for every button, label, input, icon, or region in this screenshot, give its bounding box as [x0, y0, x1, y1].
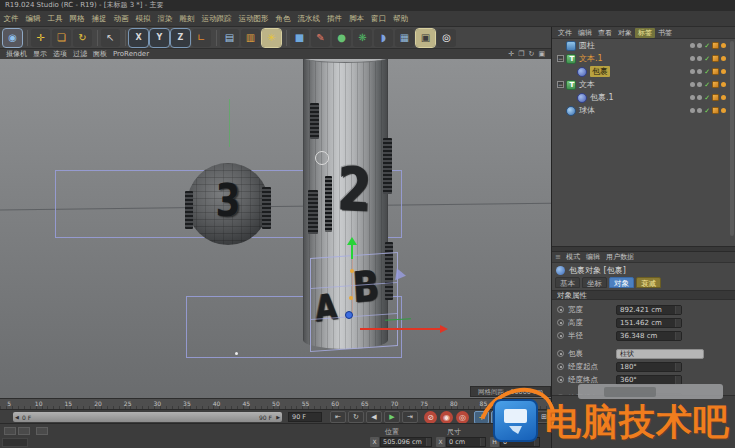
visibility-dot-render[interactable]: [697, 82, 702, 87]
viewport-canvas[interactable]: 3 2 A B 网格: [0, 59, 551, 398]
coordinate-field-1[interactable]: 0 cm: [446, 437, 486, 447]
viewport-menu-item-0[interactable]: 摄像机: [3, 49, 30, 59]
object-label[interactable]: 圆柱: [579, 40, 595, 51]
menu-item-8[interactable]: 雕刻: [176, 14, 198, 24]
timeline-layout-button[interactable]: ⊞: [536, 411, 552, 423]
tag-icon[interactable]: [721, 56, 726, 61]
animate-toggle-icon[interactable]: [557, 376, 564, 383]
tag-icon[interactable]: [712, 107, 719, 114]
attribute-menu-0[interactable]: 模式: [563, 252, 583, 262]
tag-icon[interactable]: [712, 81, 719, 88]
sphere-object[interactable]: 3: [187, 163, 269, 245]
x-axis-arrowhead[interactable]: [440, 325, 448, 333]
light-menu-button[interactable]: ◎: [437, 29, 456, 47]
y-axis-arrowhead[interactable]: [347, 237, 357, 245]
camera-menu-button[interactable]: ▣: [416, 29, 435, 47]
menu-item-3[interactable]: 网格: [66, 14, 88, 24]
animate-toggle-icon[interactable]: [557, 350, 564, 357]
coordinate-field-2[interactable]: 0°: [500, 437, 540, 447]
spline-pen-menu-button[interactable]: ✎: [311, 29, 330, 47]
menu-item-13[interactable]: 插件: [324, 14, 346, 24]
visibility-dot-editor[interactable]: [690, 56, 695, 61]
mograph-menu-button[interactable]: ❋: [353, 29, 372, 47]
tag-icon[interactable]: [721, 43, 726, 48]
gizmo-center-dot[interactable]: [345, 311, 353, 319]
enable-check-icon[interactable]: ✓: [704, 81, 710, 89]
coordinate-field-0[interactable]: 505.096 cm: [380, 437, 432, 447]
parameter-handle-dot[interactable]: [350, 269, 354, 273]
visibility-dot-render[interactable]: [697, 108, 702, 113]
timeline-range-slider[interactable]: ◀ 0 F 90 F ▶: [13, 412, 282, 422]
move-tool-button[interactable]: ✛: [31, 29, 50, 47]
play-button[interactable]: ▶: [384, 411, 400, 423]
field-stepper[interactable]: [480, 438, 485, 446]
menu-item-5[interactable]: 动画: [110, 14, 132, 24]
live-selection-tool-button[interactable]: ◉: [3, 29, 22, 47]
visibility-dot-editor[interactable]: [690, 82, 695, 87]
deformers-menu-button[interactable]: ◗: [374, 29, 393, 47]
current-frame-field[interactable]: 90 F: [288, 412, 322, 422]
tag-icon[interactable]: [712, 55, 719, 62]
menu-item-1[interactable]: 编辑: [22, 14, 44, 24]
object-manager-menu-5[interactable]: 书签: [655, 28, 675, 38]
x-axis-handle[interactable]: [360, 328, 440, 330]
object-row[interactable]: 包裹✓: [552, 65, 735, 78]
attribute-menu-1[interactable]: 编辑: [583, 252, 603, 262]
object-label[interactable]: 球体: [579, 105, 595, 116]
z-axis-lock-button[interactable]: Z: [171, 29, 190, 47]
animate-toggle-icon[interactable]: [557, 306, 564, 313]
attribute-tab-1[interactable]: 坐标: [582, 277, 607, 288]
field-stepper[interactable]: [675, 363, 681, 371]
visibility-dot-editor[interactable]: [690, 43, 695, 48]
tag-icon[interactable]: [721, 95, 726, 100]
object-manager-menu-0[interactable]: 文件: [555, 28, 575, 38]
loop-playback-button[interactable]: ↻: [348, 411, 364, 423]
expand-toggle-icon[interactable]: −: [557, 81, 564, 88]
enable-check-icon[interactable]: ✓: [704, 55, 710, 63]
expand-toggle-icon[interactable]: −: [557, 55, 564, 62]
parameter-handle-dot[interactable]: [349, 296, 353, 300]
viewport-menu-item-2[interactable]: 选项: [50, 49, 70, 59]
field-stepper[interactable]: [675, 306, 681, 314]
maximize-view-icon[interactable]: ▣: [538, 50, 545, 58]
menu-item-0[interactable]: 文件: [0, 14, 22, 24]
menu-item-14[interactable]: 脚本: [346, 14, 368, 24]
render-view-button[interactable]: ▤: [220, 29, 239, 47]
animate-toggle-icon[interactable]: [557, 363, 564, 370]
visibility-dot-render[interactable]: [697, 56, 702, 61]
menu-item-10[interactable]: 运动图形: [235, 14, 272, 24]
visibility-dot-editor[interactable]: [690, 69, 695, 74]
property-field[interactable]: 892.421 cm: [616, 305, 682, 315]
y-axis-handle[interactable]: [351, 245, 353, 259]
generators-menu-button[interactable]: ●: [332, 29, 351, 47]
primitive-cube-menu-button[interactable]: ■: [290, 29, 309, 47]
object-row[interactable]: −文本.1✓: [552, 52, 735, 65]
tag-icon[interactable]: [721, 69, 726, 74]
visibility-dot-editor[interactable]: [690, 108, 695, 113]
field-stepper[interactable]: [675, 376, 681, 384]
field-stepper[interactable]: [675, 332, 681, 340]
last-used-tool-button[interactable]: ↖: [101, 29, 120, 47]
go-to-end-button[interactable]: ⇥: [402, 411, 418, 423]
viewport-menu-item-3[interactable]: 过滤: [70, 49, 90, 59]
spline-point-dot[interactable]: [235, 352, 238, 355]
object-label[interactable]: 文本: [579, 79, 595, 90]
object-manager-menu-2[interactable]: 查看: [595, 28, 615, 38]
menu-item-12[interactable]: 流水线: [294, 14, 324, 24]
timeline-ruler[interactable]: 51015202530354045505560657075808590: [0, 398, 551, 409]
range-right-arrow-icon[interactable]: ▶: [276, 414, 280, 420]
previous-frame-button[interactable]: ◀: [366, 411, 382, 423]
material-manager-stub[interactable]: [2, 438, 28, 447]
viewport-menu-item-4[interactable]: 面板: [90, 49, 110, 59]
attribute-tab-3[interactable]: 衰减: [636, 277, 661, 288]
layout-tab-3[interactable]: [36, 427, 48, 435]
visibility-dot-render[interactable]: [697, 95, 702, 100]
visibility-dot-render[interactable]: [697, 43, 702, 48]
menu-item-11[interactable]: 角色: [272, 14, 294, 24]
viewport-menu-item-1[interactable]: 显示: [30, 49, 50, 59]
coordinate-header-2[interactable]: 旋转: [505, 427, 519, 437]
environment-menu-button[interactable]: ▦: [395, 29, 414, 47]
tag-icon[interactable]: [721, 82, 726, 87]
menu-item-7[interactable]: 渲染: [154, 14, 176, 24]
render-settings-button[interactable]: ✳: [262, 29, 281, 47]
